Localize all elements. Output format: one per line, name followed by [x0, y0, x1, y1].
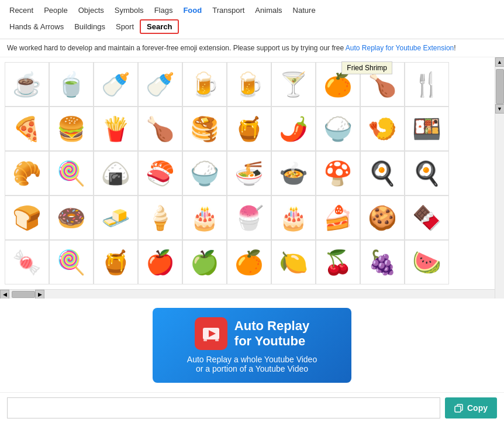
emoji-cell[interactable]: 🍭 [49, 240, 94, 284]
promo-bar: We worked hard to develop and maintain a… [0, 39, 504, 57]
emoji-cell[interactable]: 🍣 [138, 151, 182, 195]
nav-objects[interactable]: Objects [74, 4, 109, 17]
emoji-cell[interactable]: 🍇 [360, 240, 405, 284]
nav-food[interactable]: Food [178, 4, 206, 17]
emoji-cell[interactable]: 🍱 [405, 107, 449, 151]
nav-transport[interactable]: Transport [208, 4, 249, 17]
emoji-cell[interactable]: 🍲 [271, 151, 316, 195]
nav-symbols[interactable]: Symbols [110, 4, 149, 17]
emoji-cell[interactable]: 🍩 [49, 195, 94, 240]
emoji-cell[interactable]: 🍗 [138, 107, 182, 151]
promo-title-block: Auto Replay for Youtube [234, 318, 309, 349]
emoji-cell[interactable]: 🍜 [227, 151, 271, 195]
emoji-cell[interactable]: 🎂 [182, 195, 227, 240]
promo-icon [195, 317, 227, 350]
emoji-cell[interactable]: 🍴 [405, 62, 449, 107]
emoji-cell[interactable]: 🥐 [5, 151, 49, 195]
promo-end: ! [454, 44, 455, 52]
emoji-cell[interactable]: 🍦 [138, 195, 182, 240]
emoji-cell[interactable]: 🍭 [49, 151, 94, 195]
nav-sport[interactable]: Sport [111, 20, 139, 33]
emoji-section: ☕ 🍵 🍼 🍼 🍺 🍺 🍸 🍊 🍗 Fried Shrimp 🍴 🍕 🍔 🍟 🍗… [0, 57, 504, 299]
emoji-cell[interactable]: 🍰 [316, 195, 360, 240]
nav-search[interactable]: Search [140, 19, 179, 34]
nav-bar: Recent People Objects Symbols Flags Food… [0, 0, 504, 39]
emoji-cell[interactable]: 🍼 [138, 62, 182, 107]
emoji-text-input[interactable] [7, 397, 440, 418]
emoji-cell[interactable]: 🍧 [227, 195, 271, 240]
emoji-cell[interactable]: 🍎 [138, 240, 182, 284]
emoji-cell[interactable]: 🍤 [360, 107, 405, 151]
emoji-cell[interactable]: 🍊 [227, 240, 271, 284]
emoji-cell[interactable]: 🍺 [182, 62, 227, 107]
nav-nature[interactable]: Nature [288, 4, 320, 17]
nav-animals[interactable]: Animals [250, 4, 286, 17]
emoji-cell[interactable]: 🍼 [94, 62, 138, 107]
emoji-cell[interactable]: 🧈 [94, 195, 138, 240]
emoji-cell[interactable]: 🍏 [182, 240, 227, 284]
nav-row-1: Recent People Objects Symbols Flags Food… [5, 4, 499, 17]
nav-buildings[interactable]: Buildings [70, 20, 110, 33]
promo-title-line2: for Youtube [234, 334, 309, 349]
svg-rect-4 [455, 406, 461, 412]
svg-rect-3 [215, 339, 219, 341]
emoji-cell[interactable]: 🍙 [94, 151, 138, 195]
scroll-up-button[interactable]: ▲ [495, 57, 505, 67]
emoji-cell[interactable]: 🍚 [316, 107, 360, 151]
bottom-section: Copy [0, 392, 504, 422]
promo-banner: Auto Replay for Youtube Auto Replay a wh… [153, 308, 351, 383]
emoji-cell[interactable]: 🍳 [405, 151, 449, 195]
vertical-scrollbar: ▲ ▼ [495, 57, 504, 299]
h-scroll-thumb[interactable] [12, 291, 35, 298]
emoji-cell[interactable]: 🍕 [5, 107, 49, 151]
emoji-cell[interactable]: 🍵 [49, 62, 94, 107]
emoji-cell[interactable]: 🍋 [271, 240, 316, 284]
emoji-cell[interactable]: 🍫 [405, 195, 449, 240]
emoji-cell[interactable]: 🍬 [5, 240, 49, 284]
promo-banner-top: Auto Replay for Youtube [195, 317, 309, 350]
nav-flags[interactable]: Flags [150, 4, 178, 17]
emoji-cell[interactable]: 🎂 [271, 195, 316, 240]
emoji-cell[interactable]: 🥞 [182, 107, 227, 151]
emoji-cell[interactable]: 🍟 [94, 107, 138, 151]
emoji-cell[interactable]: 🍪 [360, 195, 405, 240]
emoji-cell[interactable]: 🍉 [405, 240, 449, 284]
emoji-cell[interactable]: 🌶️ [271, 107, 316, 151]
nav-people[interactable]: People [39, 4, 72, 17]
promo-text: We worked hard to develop and maintain a… [7, 44, 346, 52]
promo-title-line1: Auto Replay [234, 318, 309, 334]
scroll-down-button[interactable]: ▼ [495, 104, 505, 114]
emoji-cell[interactable]: 🍸 [271, 62, 316, 107]
svg-rect-2 [203, 339, 207, 341]
nav-recent[interactable]: Recent [5, 4, 38, 17]
nav-hands[interactable]: Hands & Arrows [5, 20, 68, 33]
promo-subtitle: Auto Replay a whole Youtube Video or a p… [187, 355, 317, 373]
emoji-cell[interactable]: 🍒 [316, 240, 360, 284]
emoji-cell[interactable]: 🍯 [227, 107, 271, 151]
emoji-cell[interactable]: 🍔 [49, 107, 94, 151]
promo-section: Auto Replay for Youtube Auto Replay a wh… [0, 299, 504, 392]
scroll-left-button[interactable]: ◀ [0, 290, 9, 299]
emoji-cell[interactable]: 🍞 [5, 195, 49, 240]
emoji-cell[interactable]: 🍺 [227, 62, 271, 107]
emoji-grid: ☕ 🍵 🍼 🍼 🍺 🍺 🍸 🍊 🍗 Fried Shrimp 🍴 🍕 🍔 🍟 🍗… [0, 57, 495, 289]
scroll-right-button[interactable]: ▶ [35, 290, 44, 299]
emoji-cell[interactable]: ☕ [5, 62, 49, 107]
emoji-cell[interactable]: 🍯 [94, 240, 138, 284]
horizontal-scrollbar: ◀ ▶ [0, 289, 495, 299]
emoji-cell[interactable]: 🍚 [182, 151, 227, 195]
copy-label: Copy [467, 403, 488, 413]
nav-row-2: Hands & Arrows Buildings Sport Search [5, 19, 499, 34]
emoji-cell[interactable]: 🍄 [316, 151, 360, 195]
emoji-cell[interactable]: 🍗 Fried Shrimp [360, 62, 405, 107]
copy-icon [454, 403, 464, 413]
emoji-grid-container: ☕ 🍵 🍼 🍼 🍺 🍺 🍸 🍊 🍗 Fried Shrimp 🍴 🍕 🍔 🍟 🍗… [0, 57, 495, 299]
v-scroll-thumb[interactable] [496, 69, 504, 104]
emoji-cell[interactable]: 🍳 [360, 151, 405, 195]
copy-button[interactable]: Copy [445, 397, 497, 418]
emoji-cell[interactable]: 🍊 [316, 62, 360, 107]
promo-link[interactable]: Auto Replay for Youtube Extension [346, 44, 454, 52]
